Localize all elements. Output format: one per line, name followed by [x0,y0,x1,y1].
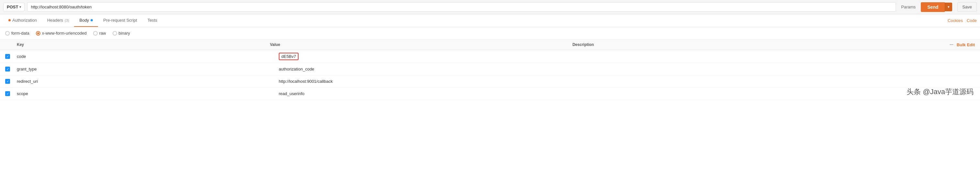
table-row: grant_type authorization_code [0,63,980,75]
row1-value-highlighted: dE5Bv7 [279,53,299,60]
radio-form-data-circle [5,31,10,35]
authorization-dot [8,19,11,21]
row3-checkbox[interactable] [5,79,10,84]
row2-checkbox-cell [5,67,17,72]
radio-binary-label: binary [119,31,130,35]
body-dot [91,19,93,21]
send-button-group: Send ▾ [921,2,952,12]
save-button[interactable]: Save [957,2,977,12]
tab-headers-label: Headers [47,18,63,22]
table-header: Key Value Description ··· Bulk Edit [0,40,980,50]
send-dropdown-button[interactable]: ▾ [945,3,952,11]
watermark: 头条 @Java芋道源码 [907,87,974,97]
watermark-text: 头条 @Java芋道源码 [907,88,974,96]
three-dots-icon[interactable]: ··· [950,42,953,47]
row1-checkbox-cell [5,54,17,59]
radio-form-data[interactable]: form-data [5,31,29,35]
method-chevron-icon: ▾ [19,5,21,9]
header-actions: ··· Bulk Edit [942,42,975,47]
params-button[interactable]: Params [899,3,918,11]
row1-value: dE5Bv7 [272,53,585,60]
header-value: Value [264,42,566,47]
row3-key: redirect_uri [17,79,272,84]
row1-checkbox[interactable] [5,54,10,59]
code-link[interactable]: Code [967,18,977,23]
bulk-edit-button[interactable]: Bulk Edit [957,42,975,47]
table-row: code dE5Bv7 [0,50,980,63]
row4-checkbox[interactable] [5,91,10,96]
main-container: POST ▾ Params Send ▾ Save Authorization … [0,0,980,100]
radio-binary-circle [113,31,117,35]
radio-raw-circle [93,31,98,35]
tab-body-label: Body [79,18,89,22]
row1-key: code [17,54,272,59]
url-bar: POST ▾ Params Send ▾ Save [0,0,980,14]
cookies-link[interactable]: Cookies [948,18,963,23]
tab-authorization-label: Authorization [12,18,37,22]
row4-value: read_userinfo [272,91,585,96]
tab-headers-badge: (3) [65,18,69,22]
radio-raw-label: raw [99,31,106,35]
header-key: Key [17,42,264,47]
tab-body[interactable]: Body [74,14,98,27]
radio-binary[interactable]: binary [113,31,130,35]
table-row: scope read_userinfo [0,88,980,100]
method-label: POST [7,5,18,10]
header-description: Description [566,42,942,47]
row3-checkbox-cell [5,79,17,84]
tab-pre-request-script-label: Pre-request Script [103,18,137,22]
radio-raw[interactable]: raw [93,31,106,35]
tab-pre-request-script[interactable]: Pre-request Script [98,14,142,27]
tab-tests-label: Tests [148,18,157,22]
tabs-row: Authorization Headers (3) Body Pre-reque… [0,14,980,27]
row4-checkbox-cell [5,91,17,96]
url-input[interactable] [27,2,896,12]
tab-authorization[interactable]: Authorization [3,14,42,27]
send-button[interactable]: Send [921,2,945,12]
table-row: redirect_uri http://localhost:9001/callb… [0,75,980,88]
row2-key: grant_type [17,67,272,72]
method-selector[interactable]: POST ▾ [3,3,25,11]
radio-x-www-form-urlencoded-label: x-www-form-urlencoded [42,31,87,35]
tab-headers[interactable]: Headers (3) [42,14,75,27]
radio-x-www-form-urlencoded-circle [36,31,40,35]
tabs-right: Cookies Code [948,18,977,23]
row3-value: http://localhost:9001/callback [272,79,585,84]
radio-form-data-label: form-data [11,31,29,35]
row2-value: authorization_code [272,67,585,72]
radio-x-www-form-urlencoded[interactable]: x-www-form-urlencoded [36,31,87,35]
row2-checkbox[interactable] [5,67,10,72]
row4-key: scope [17,91,272,96]
body-type-row: form-data x-www-form-urlencoded raw bina… [0,27,980,40]
tabs-left: Authorization Headers (3) Body Pre-reque… [3,14,162,27]
tab-tests[interactable]: Tests [142,14,162,27]
